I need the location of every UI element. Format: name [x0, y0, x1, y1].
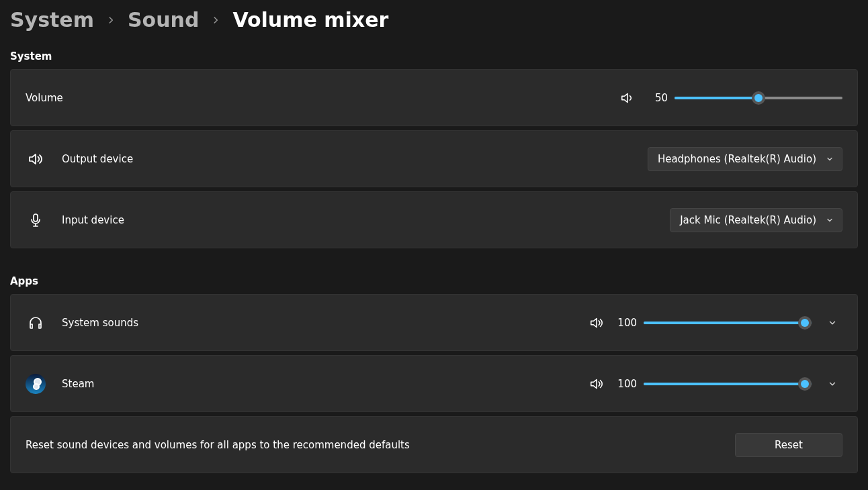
app-volume-value: 100	[615, 317, 637, 329]
output-device-selected: Headphones (Realtek(R) Audio)	[658, 153, 816, 165]
app-row-system-sounds: System sounds 100	[10, 294, 858, 351]
chevron-down-icon	[826, 216, 834, 224]
chevron-right-icon	[211, 15, 220, 25]
input-device-label: Input device	[62, 214, 124, 226]
app-label: Steam	[62, 378, 94, 390]
output-device-label: Output device	[62, 153, 133, 165]
chevron-right-icon	[106, 15, 116, 25]
system-volume-row: Volume 50	[10, 69, 858, 126]
breadcrumb-sound[interactable]: Sound	[128, 8, 199, 32]
app-volume-slider[interactable]	[644, 376, 812, 392]
microphone-icon	[26, 210, 46, 230]
input-device-dropdown[interactable]: Jack Mic (Realtek(R) Audio)	[670, 208, 842, 232]
reset-row: Reset sound devices and volumes for all …	[10, 416, 858, 473]
expand-toggle[interactable]	[822, 374, 842, 394]
breadcrumb-system[interactable]: System	[10, 8, 94, 32]
volume-value: 50	[646, 92, 668, 104]
breadcrumb: System Sound Volume mixer	[10, 8, 858, 32]
app-volume-value: 100	[615, 378, 637, 390]
speaker-icon[interactable]	[589, 376, 605, 392]
output-device-dropdown[interactable]: Headphones (Realtek(R) Audio)	[648, 147, 842, 171]
app-label: System sounds	[62, 317, 138, 329]
reset-button[interactable]: Reset	[735, 433, 842, 457]
headphones-icon	[26, 313, 46, 333]
breadcrumb-volume-mixer: Volume mixer	[232, 8, 388, 32]
section-heading-system: System	[10, 50, 858, 62]
expand-toggle[interactable]	[822, 313, 842, 333]
chevron-down-icon	[826, 155, 834, 163]
input-device-selected: Jack Mic (Realtek(R) Audio)	[680, 214, 816, 226]
steam-icon	[26, 374, 46, 394]
speaker-icon[interactable]	[589, 315, 605, 331]
volume-label: Volume	[26, 92, 63, 104]
output-device-row: Output device Headphones (Realtek(R) Aud…	[10, 130, 858, 187]
app-row-steam: Steam 100	[10, 355, 858, 412]
input-device-row: Input device Jack Mic (Realtek(R) Audio)	[10, 191, 858, 248]
section-heading-apps: Apps	[10, 275, 858, 287]
speaker-high-icon	[26, 149, 46, 169]
app-volume-slider[interactable]	[644, 315, 812, 331]
volume-slider[interactable]	[675, 90, 842, 106]
speaker-icon[interactable]	[619, 90, 636, 106]
reset-description: Reset sound devices and volumes for all …	[26, 439, 410, 451]
